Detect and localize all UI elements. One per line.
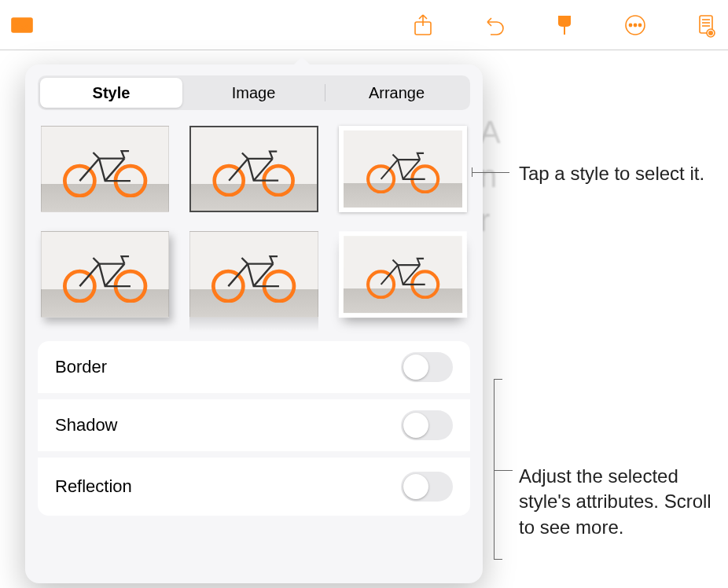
- share-icon[interactable]: [407, 9, 439, 41]
- setting-shadow: Shadow: [38, 399, 470, 458]
- svg-point-16: [215, 166, 244, 195]
- undo-icon[interactable]: [478, 9, 509, 41]
- shadow-toggle[interactable]: [401, 410, 453, 440]
- callout-text: Tap a style to select it.: [519, 163, 704, 184]
- svg-point-5: [634, 24, 636, 26]
- setting-label: Shadow: [55, 415, 118, 435]
- format-tabs: Style Image Arrange: [38, 75, 470, 110]
- tab-label: Style: [93, 84, 131, 102]
- document-icon[interactable]: [690, 9, 722, 41]
- setting-reflection: Reflection: [38, 458, 470, 516]
- setting-label: Border: [55, 357, 107, 377]
- tab-image[interactable]: Image: [182, 78, 325, 108]
- tab-label: Arrange: [369, 84, 425, 102]
- style-option-3[interactable]: [339, 126, 467, 212]
- style-settings: Border Shadow Reflection: [38, 341, 470, 516]
- callout-text: Adjust the selected style's attributes. …: [519, 465, 711, 538]
- setting-label: Reflection: [55, 476, 132, 497]
- style-grid: [38, 126, 470, 318]
- svg-point-13: [710, 32, 711, 34]
- photos-icon[interactable]: [6, 9, 38, 41]
- svg-rect-0: [12, 18, 32, 32]
- style-option-4[interactable]: [41, 231, 169, 318]
- tab-arrange[interactable]: Arrange: [325, 78, 468, 108]
- toolbar: [0, 0, 728, 50]
- more-icon[interactable]: [620, 9, 651, 41]
- border-toggle[interactable]: [401, 352, 453, 382]
- tab-style[interactable]: Style: [40, 78, 182, 108]
- callout-styles: Tap a style to select it.: [519, 161, 704, 186]
- svg-point-4: [629, 24, 631, 26]
- setting-border: Border: [38, 341, 470, 399]
- svg-point-14: [64, 166, 94, 196]
- style-option-2[interactable]: [189, 126, 318, 212]
- svg-point-20: [64, 271, 94, 301]
- svg-point-6: [638, 24, 641, 26]
- callout-settings: Adjust the selected style's attributes. …: [519, 464, 728, 540]
- format-popover: Style Image Arrange Border Shadow Reflec…: [25, 64, 483, 583]
- background-document-text: Anr: [480, 110, 501, 242]
- style-option-1[interactable]: [41, 126, 169, 212]
- reflection-toggle[interactable]: [401, 472, 453, 502]
- style-option-5[interactable]: [189, 231, 318, 318]
- tab-label: Image: [232, 84, 276, 102]
- format-brush-icon[interactable]: [549, 9, 580, 41]
- style-option-6[interactable]: [339, 231, 467, 318]
